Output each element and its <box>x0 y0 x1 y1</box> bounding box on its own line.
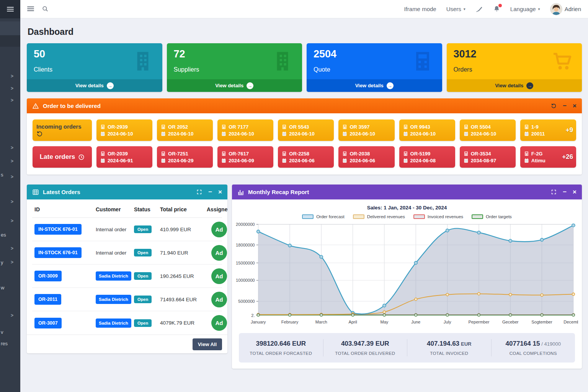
sidebar-item[interactable] <box>0 35 20 47</box>
view-details-button[interactable]: View details→ <box>27 79 162 92</box>
hamburger-icon <box>7 6 14 13</box>
close-button[interactable]: × <box>573 103 577 109</box>
summary-value: 398120.646 EUR <box>256 340 306 347</box>
order-id-button[interactable]: IN-STOCK 676-01 <box>34 247 82 258</box>
sidebar-item[interactable]: es <box>0 232 20 240</box>
customer-button[interactable]: Sadia Dietrich <box>96 295 131 304</box>
late-order-chip[interactable]: OR-51992024-06-08 <box>399 146 455 168</box>
assignee-avatar[interactable]: Ad <box>211 315 227 331</box>
late-order-chip[interactable]: OR-72512024-06-29 <box>157 146 213 168</box>
customer-button[interactable]: Sadia Dietrich <box>96 271 131 281</box>
view-details-button[interactable]: View details→ <box>447 79 582 92</box>
customer-button[interactable]: Sadia Dietrich <box>96 318 131 328</box>
orders-chips-body: Incoming orders OR-29392024-06-10OR 2052… <box>27 113 582 175</box>
monthly-recap-panel: Monthly Recap Report − × Sales: 1 Jan, 2… <box>232 185 582 369</box>
minimize-button[interactable]: − <box>208 189 212 195</box>
iframe-mode-link[interactable]: Iframe mode <box>404 6 436 12</box>
notifications-button[interactable] <box>493 5 500 13</box>
legend-swatch <box>302 214 314 219</box>
late-order-chip[interactable]: OR-76172024-06-09 <box>217 146 273 168</box>
close-button[interactable]: × <box>573 189 577 195</box>
svg-text:10000000: 10000000 <box>236 278 255 283</box>
incoming-order-chip[interactable]: OR-29392024-06-10 <box>96 119 152 141</box>
assignee-avatar[interactable]: Ad <box>211 292 227 307</box>
order-id-button[interactable]: IN-STOCK 676-01 <box>34 224 82 235</box>
sidebar-item[interactable]: > <box>0 174 20 182</box>
customer-label: Internal order <box>96 227 126 232</box>
view-details-button[interactable]: View details→ <box>307 79 442 92</box>
sidebar-item[interactable]: > <box>0 158 20 166</box>
svg-text:May: May <box>380 320 388 324</box>
order-id: OR 7177 <box>221 124 270 130</box>
sidebar-item[interactable]: > <box>0 313 20 320</box>
late-order-chip[interactable]: OR-22582024-06-06 <box>278 146 334 168</box>
sidebar-item[interactable]: v <box>0 329 20 337</box>
sidebar-item[interactable]: > <box>0 74 20 81</box>
total-price: 71.940 EUR <box>160 250 207 256</box>
sidebar-item[interactable]: > <box>0 218 20 226</box>
stat-card-body: 50 Clients <box>27 43 162 79</box>
expand-button[interactable] <box>551 189 557 195</box>
incoming-order-chip[interactable]: OR 55432024-06-10 <box>278 119 334 141</box>
assignee-avatar[interactable]: Ad <box>211 245 227 261</box>
signature-button[interactable] <box>475 5 483 13</box>
minimize-button[interactable]: − <box>563 103 567 109</box>
users-dropdown[interactable]: Users▾ <box>446 6 466 12</box>
order-id: OR-2258 <box>282 151 330 157</box>
late-order-chip[interactable]: OR-20382024-06-06 <box>338 146 394 168</box>
sidebar-item[interactable]: > <box>0 86 20 93</box>
assignee-avatar[interactable]: Ad <box>211 268 227 284</box>
refresh-button[interactable] <box>551 103 557 109</box>
chevron-right-icon: > <box>11 174 13 180</box>
chevron-right-icon: > <box>11 98 13 103</box>
sidebar-item[interactable]: > <box>0 246 20 253</box>
late-orders-label-chip[interactable]: Late orders <box>33 146 92 168</box>
order-id-button[interactable]: OR-3009 <box>34 271 62 281</box>
svg-text:Sogtember: Sogtember <box>531 320 552 324</box>
svg-text:20000000: 20000000 <box>236 222 255 227</box>
incoming-order-chip[interactable]: OR 20522024-06-10 <box>157 119 213 141</box>
view-details-button[interactable]: View details→ <box>167 79 302 92</box>
order-id-button[interactable]: OR-3007 <box>34 318 62 328</box>
incoming-order-chip[interactable]: OR 35972024-06-10 <box>338 119 394 141</box>
order-id: OR-2038 <box>342 151 390 157</box>
sidebar-item[interactable]: > <box>0 145 20 153</box>
svg-text:January: January <box>251 320 266 324</box>
incoming-order-chip[interactable]: OR 55042024-06-10 <box>460 119 516 141</box>
legend-item[interactable]: Order forecast <box>302 214 345 219</box>
minimize-button[interactable]: − <box>563 189 567 195</box>
sidebar-item[interactable]: res <box>0 341 20 348</box>
legend-item[interactable]: Order targets <box>472 214 512 219</box>
search-button[interactable] <box>42 5 49 13</box>
order-id-button[interactable]: OR-2011 <box>34 294 61 305</box>
order-date: 2024-06-10 <box>403 131 451 137</box>
calculator-icon <box>342 151 347 156</box>
late-order-chip[interactable]: OR-35342034-08-97 <box>460 146 516 168</box>
legend-label: Order targets <box>486 214 512 219</box>
order-date: 2024-06-10 <box>464 131 512 137</box>
incoming-order-chip[interactable]: 1-920011+9 <box>520 119 576 141</box>
late-order-chip[interactable]: OR-20392024-06-91 <box>96 146 152 168</box>
svg-text:March: March <box>315 320 327 324</box>
incoming-order-chip[interactable]: OR 71772024-06-10 <box>217 119 273 141</box>
view-all-button[interactable]: View All <box>193 338 222 350</box>
sidebar-toggle-button[interactable] <box>0 0 20 18</box>
sidebar-item[interactable]: y> <box>0 260 20 267</box>
expand-button[interactable] <box>196 189 202 195</box>
incoming-orders-label-chip[interactable]: Incoming orders <box>33 119 92 141</box>
sidebar: >>>>>s>>>es>y>w>vres <box>0 0 20 392</box>
close-button[interactable]: × <box>218 189 222 195</box>
legend-item[interactable]: Delivered revenues <box>353 214 405 219</box>
calculator-icon <box>403 124 408 129</box>
assignee-avatar[interactable]: Ad <box>211 222 227 237</box>
language-dropdown[interactable]: Language▾ <box>510 6 540 12</box>
menu-toggle-button[interactable] <box>27 5 35 13</box>
sidebar-item[interactable]: w <box>0 285 20 292</box>
legend-item[interactable]: Invoiced revenues <box>413 214 463 219</box>
incoming-order-chip[interactable]: OR 99432024-06-10 <box>399 119 455 141</box>
sidebar-item[interactable]: > <box>0 98 20 105</box>
sidebar-item[interactable]: > <box>0 199 20 207</box>
late-order-chip[interactable]: F-2GAtimu+26 <box>520 146 576 168</box>
user-menu[interactable]: Adrien <box>550 3 581 15</box>
sidebar-item-highlight[interactable] <box>0 21 20 35</box>
